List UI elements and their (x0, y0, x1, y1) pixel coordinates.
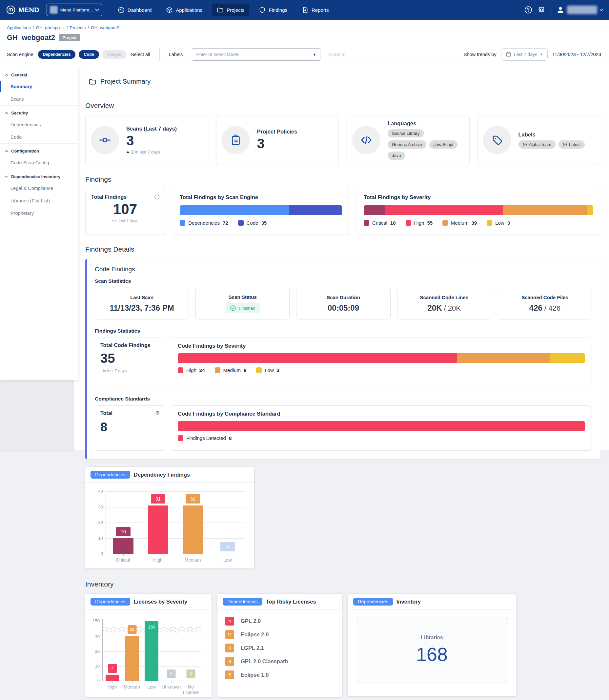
y-axis-tick-label: 0 (88, 678, 100, 683)
user-avatar-icon (556, 5, 565, 14)
bar-segment-high (178, 353, 457, 363)
chart-slot-low: 150 (142, 619, 162, 681)
nav-item-dashboard[interactable]: Dashboard (113, 4, 156, 16)
language-chip: Source Library (388, 129, 424, 137)
bar-high (106, 675, 119, 681)
dashboard-icon (118, 6, 125, 14)
bar-value-label: 31 (151, 494, 165, 503)
chart-slot-medium: 31 (175, 492, 210, 554)
legend-swatch (178, 368, 183, 373)
x-axis-tick (191, 681, 191, 683)
code-findings-by-severity-bar (178, 353, 585, 363)
x-axis-label: High (140, 557, 175, 563)
sidebar-section-header[interactable]: Configuration (0, 144, 78, 156)
x-axis-label: Critical (106, 557, 140, 563)
x-axis-label: High (102, 684, 122, 695)
labels-card-title: Labels (519, 132, 585, 138)
top-navigation-bar: MEND Mend Platform... DashboardApplicati… (0, 0, 609, 20)
licenses-by-severity-card: Dependencies Licenses by Severity 431150… (85, 594, 211, 697)
workspace-selector[interactable]: Mend Platform... (47, 4, 102, 16)
chevron-up-icon (5, 112, 8, 114)
engine-chip-dependencies[interactable]: Dependencies (38, 50, 76, 59)
scan-stat-title: Scanned Code Lines (420, 294, 468, 300)
primary-nav-items: DashboardApplicationsProjectsFindingsRep… (113, 4, 334, 16)
help-icon[interactable] (524, 6, 532, 14)
risky-license-name: GPL 2.0 Classpath (241, 658, 288, 665)
scan-stat-total: / 426 (542, 304, 560, 312)
sidebar-item-code[interactable]: Code (0, 131, 78, 143)
legend-item: Low3 (487, 220, 510, 226)
labels-input[interactable] (196, 52, 313, 57)
overview-cards: Scans (Last 7 days) 3 3 in last 7 days P… (85, 115, 600, 165)
scan-stat-title: Scan Status (229, 294, 257, 300)
chevron-down-icon[interactable]: ⌄ (62, 26, 64, 30)
workspace-avatar-blurred (50, 6, 58, 14)
nav-item-label: Projects (227, 7, 244, 13)
sidebar-section-security: SecurityDependenciesCode (0, 105, 78, 143)
trend-range-dropdown[interactable]: Last 7 days ▼ (501, 48, 548, 61)
findings-details-section-title: Findings Details (85, 245, 600, 253)
breadcrumb-separator: / (88, 25, 89, 30)
legend-value: 3 (507, 220, 510, 226)
scan-stat-value: 20K / 20K (427, 303, 461, 313)
sidebar-item-libraries-flat-list-[interactable]: Libraries (Flat List) (0, 194, 78, 207)
settings-gear-icon[interactable] (538, 6, 545, 14)
sidebar-item-dependencies[interactable]: Dependencies (0, 118, 78, 131)
bar-value-label: 0 (220, 542, 235, 551)
total-findings-note: - in last 7 days (91, 219, 159, 223)
risky-license-row: 4GPL 2.0 (225, 617, 342, 626)
nav-item-projects[interactable]: Projects (212, 4, 249, 16)
x-axis-labels: HighMediumLowUnknownNo License (102, 684, 201, 695)
risky-license-count: 11 (225, 630, 234, 639)
sidebar-section-header[interactable]: Dependencies Inventory (0, 169, 78, 182)
mend-logo: MEND (6, 5, 39, 15)
breadcrumb-link-gh_gheapp[interactable]: GH_gheapp (36, 25, 60, 30)
dependency-findings-header: Dependencies Dependency Findings (85, 467, 254, 482)
findings-by-severity-legend: Critical10High55Medium39Low3 (364, 220, 593, 226)
dropdown-caret-icon[interactable]: ▼ (313, 52, 316, 56)
nav-item-findings[interactable]: Findings (254, 4, 292, 16)
sidebar-item-proprietary[interactable]: Proprietary (0, 207, 78, 219)
calendar-icon (506, 51, 511, 57)
scans-card-trend: 3 in last 7 days (126, 150, 177, 154)
chart-slot-unknown: 0 (161, 619, 181, 681)
project-policies-card: Project Policies 3 (216, 115, 339, 165)
sidebar-item-summary[interactable]: Summary (0, 80, 78, 93)
sidebar-section-header[interactable]: General (0, 68, 78, 80)
select-all-button[interactable]: Select all (131, 52, 150, 57)
legend-swatch (406, 220, 411, 226)
breadcrumb-link-projects[interactable]: Projects (70, 25, 86, 30)
gear-icon[interactable]: ⚙ (155, 410, 160, 416)
x-axis-labels: CriticalHighMediumLow (106, 557, 245, 563)
user-menu[interactable] (556, 5, 603, 14)
clear-all-button[interactable]: Clear all (329, 52, 346, 57)
breadcrumb-link-gh_webgoat2[interactable]: GH_webgoat2 (91, 25, 119, 30)
chevron-down-icon (95, 8, 99, 11)
folder-icon (89, 78, 97, 86)
top-risky-licenses-card: Dependencies Top Risky Licenses 4GPL 2.0… (218, 594, 342, 697)
libraries-metric-card[interactable]: Libraries 168 (356, 617, 508, 683)
risky-license-count: 5 (225, 670, 234, 679)
applications-icon (166, 6, 173, 14)
sidebar-item-scans[interactable]: Scans (0, 93, 78, 105)
sidebar-item-legal-compliance[interactable]: Legal & Compliance (0, 182, 78, 194)
labels-select[interactable]: ▼ (192, 48, 320, 61)
nav-utilities (524, 5, 603, 15)
chevron-down-icon[interactable]: ⌄ (121, 26, 124, 30)
nav-item-reports[interactable]: Reports (297, 4, 334, 16)
trend-up-icon (126, 151, 129, 153)
breadcrumb-link-applications[interactable]: Applications (7, 25, 31, 30)
risky-licenses-list: 4GPL 2.011Eclipse 2.09LGPL 2.16GPL 2.0 C… (218, 610, 342, 679)
trend-range-value: Last 7 days (514, 52, 538, 57)
engine-chip-code[interactable]: Code (79, 50, 99, 59)
main-content: Project Summary Overview Scans (Last 7 d… (78, 66, 609, 697)
nav-item-label: Reports (312, 7, 329, 13)
nav-item-applications[interactable]: Applications (161, 4, 207, 16)
sidebar-section-header[interactable]: Security (0, 106, 78, 118)
total-findings-title: Total Findings (91, 194, 159, 200)
bar-segment-low (587, 205, 593, 215)
info-icon[interactable] (154, 194, 160, 201)
bar-high (148, 506, 168, 554)
sidebar-item-code-scan-config[interactable]: Code Scan Config (0, 156, 78, 169)
bar-segment-low (550, 353, 585, 363)
